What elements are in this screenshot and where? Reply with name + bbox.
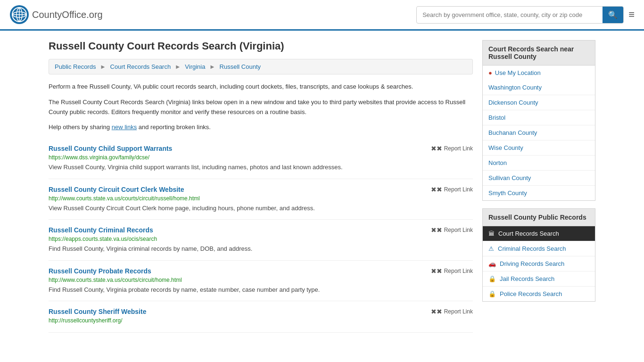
nearby-section: Court Records Search near Russell County… [482,40,595,201]
pubrecords-icon: 🚗 [488,260,496,267]
pubrecords-icon: 🔒 [488,290,496,297]
new-links-link[interactable]: new links [112,123,137,131]
page-title: Russell County Court Records Search (Vir… [49,40,473,52]
public-records-section: Russell County Public Records 🏛 Court Re… [482,208,595,302]
use-location-label: Use My Location [495,69,541,76]
pubrecords-label: Criminal Records Search [498,245,566,252]
header: CountyOffice.org 🔍 ≡ [0,0,644,31]
location-pin-icon: ● [488,69,492,76]
result-item: Russell County Probate Records ✖✖ Report… [49,261,473,302]
pubrecords-list: 🏛 Court Records Search ⚠ Criminal Record… [483,226,595,301]
report-link[interactable]: ✖✖ Report Link [431,186,473,193]
result-link[interactable]: Russell County Probate Records [49,267,151,275]
breadcrumb: Public Records ► Court Records Search ► … [49,59,473,74]
pubrecords-link[interactable]: 🔒 Jail Records Search [483,272,595,286]
nearby-link[interactable]: Washington County [483,80,595,95]
search-input[interactable] [417,8,603,22]
pubrecords-icon: 🏛 [488,230,495,237]
nearby-list: ● Use My Location [483,66,595,80]
report-link[interactable]: ✖✖ Report Link [431,308,473,315]
nearby-list-item[interactable]: Wise County [483,140,595,156]
logo-area: CountyOffice.org [9,5,103,25]
result-title: Russell County Probate Records [49,267,151,275]
result-header: Russell County Circuit Court Clerk Websi… [49,186,473,193]
nearby-link[interactable]: Dickenson County [483,95,595,110]
pubrecords-link[interactable]: 🔒 Police Records Search [483,287,595,301]
result-url: https://www.dss.virginia.gov/family/dcse… [49,154,473,161]
pubrecords-list-item[interactable]: 🚗 Driving Records Search [483,256,595,272]
report-icon: ✖✖ [431,226,442,234]
pubrecords-label: Driving Records Search [500,260,564,267]
nearby-link[interactable]: Smyth County [483,186,595,200]
breadcrumb-sep1: ► [100,63,106,70]
result-title: Russell County Criminal Records [49,226,153,234]
result-link[interactable]: Russell County Criminal Records [49,226,153,234]
result-desc: Find Russell County, Virginia probate re… [49,285,473,295]
breadcrumb-virginia[interactable]: Virginia [185,63,205,70]
nearby-link[interactable]: Buchanan County [483,125,595,140]
report-icon: ✖✖ [431,308,442,315]
result-link[interactable]: Russell County Child Support Warrants [49,145,172,152]
nearby-list-item[interactable]: Washington County [483,80,595,95]
result-url: https://eapps.courts.state.va.us/ocis/se… [49,236,473,242]
nearby-list-item[interactable]: Bristol [483,110,595,125]
pubrecords-icon: ⚠ [488,245,494,252]
pubrecords-list-item[interactable]: 🔒 Police Records Search [483,287,595,301]
header-right: 🔍 ≡ [416,6,635,24]
report-link[interactable]: ✖✖ Report Link [431,145,473,152]
pubrecords-list-item[interactable]: ⚠ Criminal Records Search [483,241,595,256]
pubrecords-label: Jail Records Search [500,275,554,282]
result-desc: View Russell County, Virginia child supp… [49,163,473,172]
report-link[interactable]: ✖✖ Report Link [431,267,473,275]
pubrecords-link[interactable]: ⚠ Criminal Records Search [483,241,595,256]
nearby-link[interactable]: Bristol [483,110,595,125]
result-item: Russell County Criminal Records ✖✖ Repor… [49,220,473,261]
report-link[interactable]: ✖✖ Report Link [431,226,473,234]
pubrecords-link[interactable]: 🏛 Court Records Search [483,226,595,241]
sidebar: Court Records Search near Russell County… [482,40,595,333]
result-item: Russell County Sheriff Website ✖✖ Report… [49,301,473,333]
result-url: http://www.courts.state.va.us/courts/cir… [49,277,473,283]
main-container: Russell County Court Records Search (Vir… [39,31,605,342]
logo-icon [9,5,29,25]
report-label: Report Link [444,268,473,274]
result-desc: View Russell County Circuit Court Clerk … [49,204,473,213]
result-link[interactable]: Russell County Sheriff Website [49,308,146,315]
search-bar: 🔍 [416,6,624,24]
pubrecords-list-item[interactable]: 🔒 Jail Records Search [483,272,595,287]
result-link[interactable]: Russell County Circuit Court Clerk Websi… [49,186,184,193]
nearby-links-list: Washington CountyDickenson CountyBristol… [483,80,595,200]
result-header: Russell County Child Support Warrants ✖✖… [49,145,473,152]
nearby-list-item[interactable]: Smyth County [483,186,595,200]
result-title: Russell County Sheriff Website [49,308,146,315]
result-header: Russell County Sheriff Website ✖✖ Report… [49,308,473,315]
nearby-list-item[interactable]: Norton [483,156,595,171]
report-icon: ✖✖ [431,267,442,275]
breadcrumb-public-records[interactable]: Public Records [55,63,96,70]
menu-button[interactable]: ≡ [628,9,635,20]
nearby-link[interactable]: Sullivan County [483,171,595,185]
result-header: Russell County Criminal Records ✖✖ Repor… [49,226,473,234]
pubrecords-icon: 🔒 [488,275,496,282]
nearby-link[interactable]: Wise County [483,140,595,155]
nearby-title: Court Records Search near Russell County [483,41,595,66]
breadcrumb-court-records[interactable]: Court Records Search [110,63,171,70]
nearby-list-item[interactable]: Buchanan County [483,125,595,140]
use-location-item[interactable]: ● Use My Location [483,66,595,80]
description-3: Help others by sharing new links and rep… [49,123,473,132]
results-list: Russell County Child Support Warrants ✖✖… [49,138,473,333]
nearby-list-item[interactable]: Sullivan County [483,171,595,186]
nearby-list-item[interactable]: Dickenson County [483,95,595,110]
logo-text: CountyOffice.org [32,9,103,20]
result-header: Russell County Probate Records ✖✖ Report… [49,267,473,275]
report-label: Report Link [444,308,473,315]
search-button[interactable]: 🔍 [603,7,623,23]
nearby-link[interactable]: Norton [483,156,595,170]
pubrecords-label: Police Records Search [500,290,562,297]
pubrecords-list-item[interactable]: 🏛 Court Records Search [483,226,595,241]
result-item: Russell County Child Support Warrants ✖✖… [49,138,473,179]
pubrecords-label: Court Records Search [498,230,559,237]
use-location-button[interactable]: ● Use My Location [483,66,595,80]
breadcrumb-russell-county[interactable]: Russell County [220,63,261,70]
pubrecords-link[interactable]: 🚗 Driving Records Search [483,256,595,271]
